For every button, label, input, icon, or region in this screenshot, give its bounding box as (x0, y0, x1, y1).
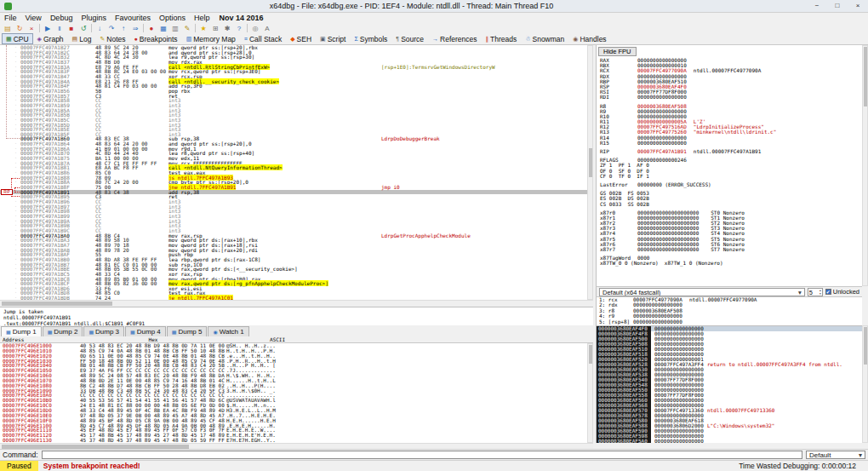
stack-row[interactable]: 0000003680EAF5A00000000000000000 (597, 439, 862, 443)
notes-icon[interactable]: ✎ (181, 24, 193, 33)
tab-memory-map[interactable]: ▥Memory Map (182, 33, 240, 44)
argument-row[interactable]: 5: [rsp+8]0000000000000000 (597, 319, 862, 325)
tab-notes[interactable]: ✎Notes (95, 33, 129, 44)
pause-icon[interactable]: ‖ (54, 24, 66, 33)
dump-hex-bytes: 45 37 48 8D 45 37 48 89 45 47 48 8D 05 5… (80, 438, 226, 443)
dump-view[interactable]: 00007FFC496E100040 53 48 83 EC 20 48 8B … (0, 343, 587, 443)
calculator-icon[interactable]: ⊞ (209, 24, 221, 33)
tab-references[interactable]: →References (428, 33, 481, 44)
menu-options[interactable]: Options (155, 14, 190, 22)
toolbar-separator (39, 24, 40, 32)
command-input[interactable] (42, 451, 802, 459)
x64dbg-window: x64dbg - File: x64dbg.exe - PID: 1EF4 - … (0, 0, 868, 471)
stop-icon[interactable]: ■ (66, 24, 77, 33)
memory-map-icon[interactable]: ▦ (157, 24, 169, 33)
menu-view[interactable]: View (21, 14, 46, 22)
arg-count-spinner[interactable]: 5 ▴▾ (808, 288, 823, 296)
disassembly-view[interactable]: ·00007FFC497A1B2748 89 5C 24 20mov qword… (0, 45, 587, 300)
command-profile-select[interactable]: Default ▾ (806, 451, 865, 459)
tab-cpu[interactable]: ▦CPU (2, 33, 33, 44)
dump-2-icon: ▦ (48, 329, 53, 335)
menu-debug[interactable]: Debug (46, 14, 77, 22)
stack-scrollbar[interactable] (862, 325, 868, 443)
step-into-icon[interactable]: ↓ (94, 24, 106, 33)
disassembly-hscrollbar[interactable] (0, 300, 593, 307)
symbols-icon: Σ (354, 36, 357, 42)
cpu-icon: ▦ (6, 36, 12, 43)
argument-comment: ntdll.00007FFC4977090A (689, 297, 757, 302)
dump-tab-watch-1[interactable]: ◉Watch 1 (208, 326, 248, 336)
help-icon[interactable]: ? (233, 24, 245, 33)
app-icon (4, 3, 12, 10)
open-file-icon[interactable]: ▤ (2, 24, 14, 33)
dump-col-address: Address (0, 336, 80, 342)
favourites-star-icon[interactable]: ★ (197, 24, 209, 33)
tab-threads[interactable]: ∥Threads (482, 33, 522, 44)
scrollbar-thumb[interactable] (589, 345, 592, 364)
registers-scrollbar[interactable] (862, 45, 868, 286)
dump-tab-dump-4[interactable]: ▦Dump 4 (125, 326, 166, 336)
arguments-panel: 1: rcx00007FFC4977090Antdll.00007FFC4977… (596, 297, 862, 325)
register-name: R15 (600, 141, 637, 146)
tab-log[interactable]: ▤Log (68, 33, 96, 44)
dump-scrollbar[interactable] (587, 343, 593, 443)
command-label: Command: (3, 451, 38, 459)
tab-graph[interactable]: ◈Graph (33, 33, 68, 44)
dump-col-hex: Hex (80, 336, 226, 342)
run-to-user-code-icon[interactable]: ⇒ (129, 24, 141, 33)
run-icon[interactable]: ▶ (42, 24, 54, 33)
register-value: 0000000000000000 (637, 95, 687, 100)
tab-symbols[interactable]: ΣSymbols (350, 33, 391, 44)
menu-file[interactable]: File (0, 14, 21, 22)
unlocked-checkbox[interactable]: Unlocked (825, 288, 859, 296)
search-icon[interactable]: ◎ (249, 24, 261, 33)
step-out-icon[interactable]: ↑ (117, 24, 129, 33)
scrollbar-thumb[interactable] (589, 148, 592, 177)
dump-tab-dump-5[interactable]: ▦Dump 5 (167, 326, 208, 336)
maximize-button[interactable]: □ (827, 0, 848, 13)
dump-tab-dump-1[interactable]: ▦Dump 1 (1, 326, 42, 336)
threads-icon: ∥ (486, 36, 489, 43)
step-over-icon[interactable]: ↷ (106, 24, 117, 33)
dump-tab-dump-2[interactable]: ▦Dump 2 (43, 326, 83, 336)
close-window-button[interactable]: × (848, 0, 868, 13)
tab-label: Log (79, 35, 91, 43)
dump-tab-dump-3[interactable]: ▦Dump 3 (83, 326, 124, 336)
tab-seh[interactable]: ◆SEH (286, 33, 316, 44)
dump-address: 00007FFC496E1130 (0, 438, 80, 443)
command-bar: Command: Default ▾ (0, 449, 868, 460)
script-icon: ▣ (320, 36, 326, 43)
tab-handles[interactable]: ◉Handles (568, 33, 610, 44)
tab-snowman[interactable]: ☃Snowman (521, 33, 568, 44)
tab-script[interactable]: ▣Script (316, 33, 350, 44)
scrollbar-thumb[interactable] (864, 47, 867, 106)
command-profile-value: Default (809, 451, 831, 459)
tab-breakpoints[interactable]: ●Breakpoints (130, 33, 182, 44)
dump-row[interactable]: 00007FFC496E113045 37 48 8D 45 37 48 89 … (0, 438, 587, 443)
register-comment: "minkernel\ntdll\ldrinit.c" (687, 129, 777, 135)
toolbar-separator (143, 24, 144, 32)
breakpoint-icon[interactable]: ● (146, 24, 157, 33)
menu-help[interactable]: Help (190, 14, 214, 22)
window-title: x64dbg - File: x64dbg.exe - PID: 1EF4 - … (16, 2, 807, 10)
menu-favourites[interactable]: Favourites (111, 14, 155, 22)
log-icon[interactable]: ▥ (169, 24, 181, 33)
close-icon[interactable]: × (26, 24, 37, 33)
menu-plugins[interactable]: Plugins (77, 14, 111, 22)
minimize-button[interactable]: − (807, 0, 827, 13)
scrollbar-thumb[interactable] (864, 327, 867, 365)
calling-convention-select[interactable]: Default (x64 fastcall) ▾ (599, 288, 805, 296)
restart-debug-icon[interactable]: ↺ (77, 24, 89, 33)
tab-source[interactable]: ¶Source (391, 33, 428, 44)
scrollbar-thumb[interactable] (2, 302, 112, 306)
restart-icon[interactable]: ↻ (14, 24, 26, 33)
hide-fpu-button[interactable]: Hide FPU (598, 47, 637, 56)
tab-call-stack[interactable]: ≡Call Stack (240, 33, 286, 44)
call-stack-icon: ≡ (244, 36, 248, 42)
build-date-label: Nov 14 2016 (214, 14, 264, 22)
register-flags-row[interactable]: x87TW_0 0 (Nonzero) x87TW_1 0 (Nonzero) (597, 261, 862, 266)
az-sort-icon[interactable]: A (261, 24, 273, 33)
stack-view[interactable]: 0000003680EAF4F0000000000000000000000036… (596, 325, 862, 443)
settings-gear-icon[interactable]: ✱ (221, 24, 233, 33)
disassembly-scrollbar[interactable] (587, 45, 593, 300)
